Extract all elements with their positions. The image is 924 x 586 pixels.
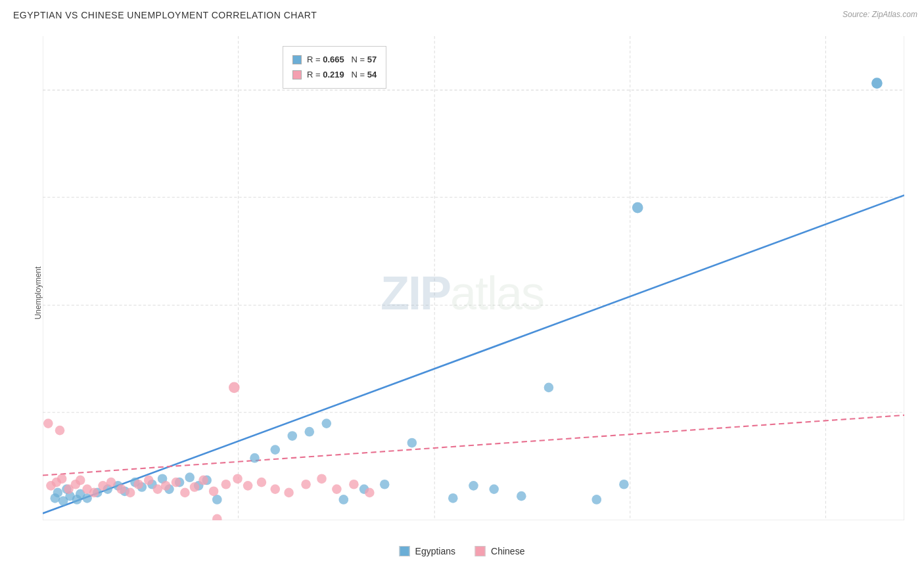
svg-point-44 bbox=[250, 453, 260, 463]
svg-point-89 bbox=[301, 480, 311, 489]
svg-point-52 bbox=[407, 438, 417, 448]
svg-point-67 bbox=[76, 476, 85, 485]
svg-point-47 bbox=[305, 427, 315, 437]
chart-title: EGYPTIAN VS CHINESE UNEMPLOYMENT CORRELA… bbox=[13, 10, 317, 20]
svg-point-80 bbox=[190, 482, 200, 492]
svg-point-40 bbox=[185, 472, 195, 482]
svg-point-81 bbox=[198, 476, 208, 485]
svg-point-94 bbox=[43, 418, 53, 428]
svg-point-73 bbox=[126, 488, 135, 498]
svg-point-51 bbox=[380, 480, 390, 489]
svg-point-58 bbox=[592, 495, 602, 505]
svg-point-87 bbox=[270, 484, 280, 494]
chart-container: EGYPTIAN VS CHINESE UNEMPLOYMENT CORRELA… bbox=[0, 0, 924, 586]
legend-label-egyptians: Egyptians bbox=[415, 546, 455, 556]
svg-point-86 bbox=[257, 478, 267, 487]
svg-point-26 bbox=[53, 488, 63, 498]
svg-point-61 bbox=[871, 78, 883, 89]
svg-line-21 bbox=[43, 415, 904, 476]
svg-point-96 bbox=[229, 382, 240, 393]
legend-item-chinese: Chinese bbox=[475, 546, 524, 556]
svg-point-45 bbox=[270, 445, 280, 455]
svg-point-46 bbox=[287, 431, 297, 441]
chart-svg: 40.0% 30.0% 20.0% 10.0% 0.0% 5.0% 10.0% … bbox=[43, 36, 904, 520]
svg-point-49 bbox=[339, 495, 349, 505]
svg-point-55 bbox=[489, 484, 499, 494]
svg-point-70 bbox=[98, 481, 108, 491]
chart-area: 40.0% 30.0% 20.0% 10.0% 0.0% 5.0% 10.0% … bbox=[43, 36, 904, 520]
svg-point-76 bbox=[153, 484, 163, 494]
svg-point-64 bbox=[57, 474, 67, 484]
svg-point-75 bbox=[144, 476, 154, 485]
svg-point-97 bbox=[212, 514, 222, 520]
svg-point-83 bbox=[221, 480, 231, 489]
svg-point-74 bbox=[133, 480, 143, 489]
svg-point-60 bbox=[632, 202, 643, 214]
svg-point-95 bbox=[55, 426, 65, 436]
source-text: Source: ZipAtlas.com bbox=[843, 10, 917, 19]
svg-point-56 bbox=[517, 491, 526, 501]
svg-point-53 bbox=[448, 493, 458, 503]
svg-point-92 bbox=[349, 480, 359, 489]
svg-point-71 bbox=[106, 478, 116, 487]
svg-point-72 bbox=[116, 484, 126, 494]
svg-point-54 bbox=[469, 481, 478, 491]
legend-item-egyptians: Egyptians bbox=[400, 546, 455, 556]
svg-point-84 bbox=[233, 474, 243, 484]
svg-point-43 bbox=[212, 495, 222, 505]
svg-point-90 bbox=[317, 474, 327, 484]
y-axis-label: Unemployment bbox=[34, 267, 43, 320]
svg-point-82 bbox=[209, 486, 219, 496]
legend-container: Egyptians Chinese bbox=[400, 546, 525, 556]
svg-point-69 bbox=[89, 488, 99, 498]
svg-point-88 bbox=[284, 488, 294, 498]
legend-box-egyptians bbox=[400, 546, 410, 556]
svg-point-91 bbox=[332, 484, 342, 494]
svg-point-85 bbox=[243, 481, 253, 491]
svg-point-78 bbox=[172, 478, 181, 487]
svg-point-93 bbox=[365, 488, 375, 498]
svg-point-48 bbox=[322, 418, 332, 428]
svg-point-77 bbox=[161, 481, 171, 491]
svg-point-57 bbox=[544, 382, 554, 392]
legend-label-chinese: Chinese bbox=[491, 546, 524, 556]
svg-point-59 bbox=[619, 480, 629, 489]
legend-box-chinese bbox=[475, 546, 486, 556]
svg-point-79 bbox=[180, 488, 190, 498]
